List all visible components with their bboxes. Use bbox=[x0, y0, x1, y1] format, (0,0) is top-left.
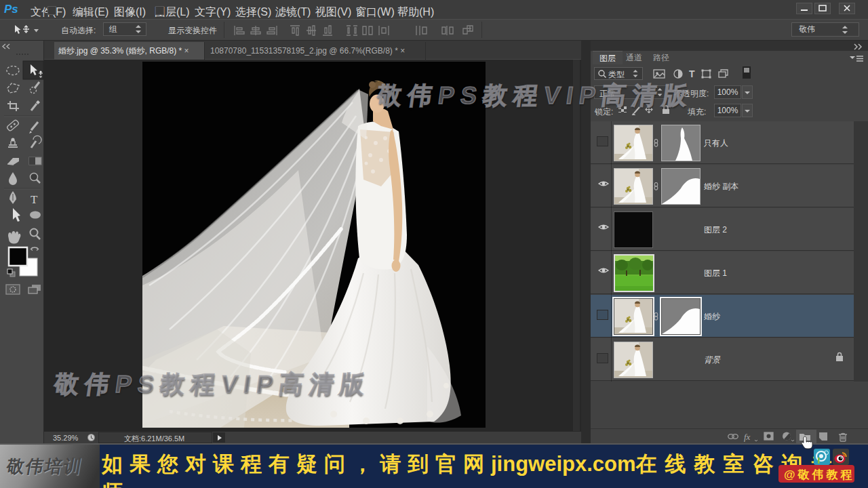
svg-text:fx: fx bbox=[744, 432, 751, 442]
svg-text:T: T bbox=[689, 68, 695, 79]
svg-text:T: T bbox=[31, 193, 38, 206]
